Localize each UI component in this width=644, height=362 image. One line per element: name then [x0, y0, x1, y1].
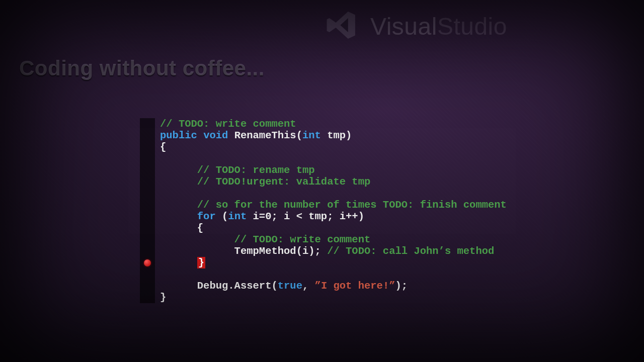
code-line: // so for the number of times TODO: fini…: [160, 199, 507, 211]
visual-studio-logo-icon: [322, 9, 361, 43]
kw-int: int: [302, 130, 321, 141]
kw-int: int: [228, 211, 247, 222]
inline-comment: // TODO: call John’s method: [327, 245, 494, 257]
close: );: [395, 280, 408, 292]
gutter[interactable]: [140, 118, 155, 303]
call: TempMethod(i);: [160, 245, 327, 257]
code-block: // TODO: write comment public void Renam…: [155, 118, 507, 303]
bool-true: true: [278, 280, 302, 292]
brand-light: Studio: [437, 13, 507, 40]
code-line: // TODO: write comment: [160, 118, 296, 130]
code-editor: // TODO: write comment public void Renam…: [140, 118, 507, 303]
brand-bold: Visual: [370, 13, 437, 40]
kw-for: for: [197, 211, 216, 222]
brand: VisualStudio: [322, 9, 507, 43]
brand-text: VisualStudio: [370, 13, 507, 40]
paren: (: [216, 211, 228, 222]
code-line: // TODO: rename tmp: [160, 164, 315, 176]
for-expr: i=0; i < tmp; i++): [247, 211, 364, 222]
param: tmp): [321, 130, 352, 141]
breakpoint-icon[interactable]: [144, 259, 151, 266]
tagline: Coding without coffee...: [19, 56, 265, 80]
code-line: // TODO!urgent: validate tmp: [160, 176, 370, 188]
brace: {: [160, 222, 203, 234]
method-name: RenameThis(: [234, 130, 302, 141]
comma: ,: [302, 280, 315, 292]
debug-call: Debug.Assert(: [160, 280, 278, 292]
string-lit: ”I got here!”: [315, 280, 395, 292]
kw-public: public: [160, 130, 197, 141]
brace: {: [160, 141, 166, 153]
breakpoint-line-brace: }: [197, 257, 205, 268]
indent: [160, 257, 197, 268]
code-line: // TODO: write comment: [160, 234, 370, 245]
brace: }: [160, 292, 166, 303]
kw-void: void: [203, 130, 228, 141]
